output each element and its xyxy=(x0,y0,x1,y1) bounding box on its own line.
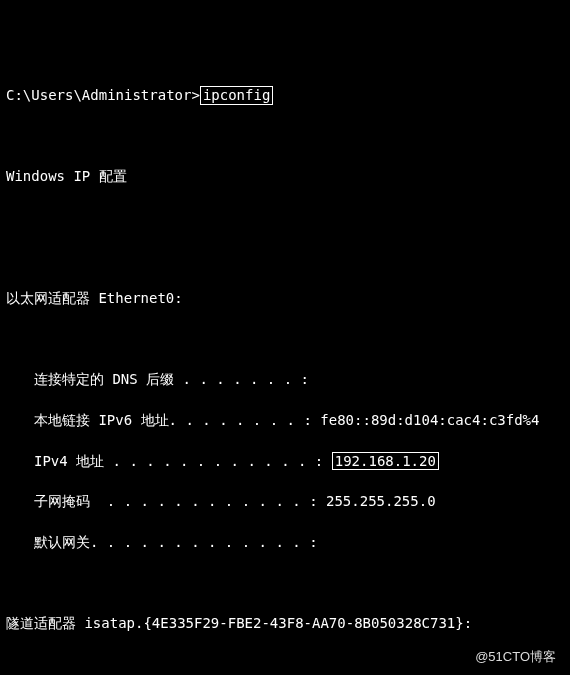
kv-label: 连接特定的 DNS 后缀 . . . . . . . : xyxy=(34,371,309,387)
blank-line xyxy=(6,126,564,146)
eth-ipv6: 本地链接 IPv6 地址. . . . . . . . : fe80::89d:… xyxy=(6,410,564,430)
kv-label: 子网掩码 . . . . . . . . . . . . : xyxy=(34,493,318,509)
eth-gateway: 默认网关. . . . . . . . . . . . . : xyxy=(6,532,564,552)
prompt-line-1: C:\Users\Administrator>ipconfig xyxy=(6,85,564,105)
kv-value: 255.255.255.0 xyxy=(318,493,436,509)
watermark-badge: @51CTO博客 xyxy=(469,646,562,669)
ethernet-adapter-header: 以太网适配器 Ethernet0: xyxy=(6,288,564,308)
blank-line xyxy=(6,572,564,592)
blank-line xyxy=(6,329,564,349)
kv-value: fe80::89d:d104:cac4:c3fd%4 xyxy=(312,412,540,428)
blank-line xyxy=(6,207,564,227)
eth-dns-suffix: 连接特定的 DNS 后缀 . . . . . . . : xyxy=(6,369,564,389)
isatap-adapter-header: 隧道适配器 isatap.{4E335F29-FBE2-43F8-AA70-8B… xyxy=(6,613,564,633)
blank-line xyxy=(6,248,564,268)
ipv4-address-highlight: 192.168.1.20 xyxy=(332,452,439,471)
kv-label: 本地链接 IPv6 地址. . . . . . . . : xyxy=(34,412,312,428)
kv-label: 默认网关. . . . . . . . . . . . . : xyxy=(34,534,318,550)
ipconfig-header: Windows IP 配置 xyxy=(6,166,564,186)
eth-subnet-mask: 子网掩码 . . . . . . . . . . . . : 255.255.2… xyxy=(6,491,564,511)
eth-ipv4: IPv4 地址 . . . . . . . . . . . . : 192.16… xyxy=(6,451,564,471)
kv-label: IPv4 地址 . . . . . . . . . . . . : xyxy=(34,453,323,469)
prompt-text: C:\Users\Administrator> xyxy=(6,87,200,103)
ipconfig-command-highlight: ipconfig xyxy=(200,86,273,105)
